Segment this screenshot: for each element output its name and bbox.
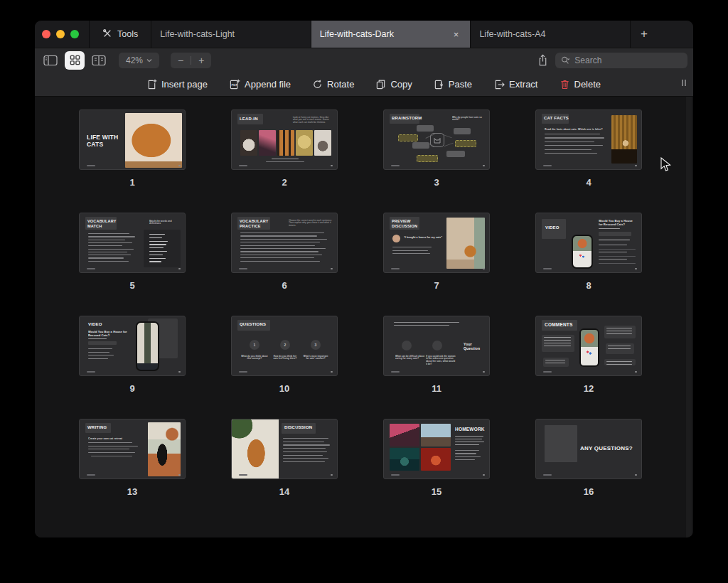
page-thumbnail-10[interactable]: QUESTIONS1What do you think about this c… (231, 316, 338, 376)
toolbar-overflow-grip[interactable] (682, 80, 686, 86)
page-thumbnail-9[interactable]: VIDEOWould You Buy a House for Rescued C… (79, 316, 186, 376)
text-bar (239, 165, 247, 166)
page-thumbnail-2[interactable]: LEAD-INLook at funny cat memes. Describe… (231, 109, 338, 170)
number-circle: 3 (311, 340, 321, 350)
zoom-in-button[interactable]: + (191, 55, 211, 66)
mindmap-node-highlight (455, 140, 476, 147)
page-cell: BRAINSTORMWhy do people love cats so muc… (383, 109, 490, 188)
zoom-window-button[interactable] (70, 30, 79, 38)
page-number: 11 (383, 383, 490, 394)
page-thumbnail-16[interactable]: ANY QUESTIONS? (535, 419, 642, 479)
text-bar (240, 242, 320, 242)
tab-life-with-cats-light[interactable]: Life-with-cats-Light (151, 21, 311, 48)
page-thumbnail-7[interactable]: PREVIEW DISCUSSION“I bought a house for … (383, 213, 490, 273)
slide-text: Choose the correct word in each sentence… (289, 219, 333, 227)
slide-text: Would You Buy a House for Rescued Cats? (599, 219, 637, 226)
tools-button[interactable]: Tools (90, 21, 151, 48)
text-bar (545, 141, 594, 142)
text-bar (283, 444, 330, 445)
text-bar (545, 360, 565, 360)
text-bar (606, 333, 632, 334)
slide-text: Look at funny cat memes. Describe what y… (293, 116, 333, 124)
insert-page-button[interactable]: Insert page (146, 79, 208, 90)
text-bar (391, 371, 400, 373)
window-controls (35, 21, 90, 48)
share-icon (537, 54, 548, 66)
phone-photo (572, 235, 593, 269)
action-label: Copy (390, 79, 412, 90)
thumbnail-view-button[interactable] (65, 51, 85, 70)
action-label: Extract (509, 79, 537, 90)
page-thumbnail-4[interactable]: CAT FACTSRead the facts about cats. Whic… (535, 109, 642, 170)
page-number: 15 (383, 486, 490, 497)
slide-text: What's most important for cats' comfort? (302, 355, 329, 360)
text-bar (545, 137, 604, 138)
page-thumbnail-1[interactable]: LIFE WITH CATS (79, 109, 186, 170)
tab-label: Life-with-cats-Dark (320, 29, 394, 39)
slide-text: How do you think her cats feel living th… (272, 355, 299, 360)
action-label: Rotate (327, 79, 354, 90)
page-thumbnail-15[interactable]: HOMEWORK (383, 419, 490, 479)
text-bar (88, 338, 107, 339)
page-thumbnail-6[interactable]: VOCABULARY PRACTICEChoose the correct wo… (231, 213, 338, 273)
new-tab-button[interactable]: + (631, 21, 693, 48)
scrollbar-track[interactable] (686, 97, 692, 538)
page-thumbnail-3[interactable]: BRAINSTORMWhy do people love cats so muc… (383, 109, 490, 170)
append-file-button[interactable]: PDFAppend file (229, 79, 291, 90)
slide-text: What do you think about this concept? (241, 355, 268, 360)
page-thumbnail-5[interactable]: VOCABULARY MATCHMatch the words and defi… (79, 213, 186, 273)
search-field[interactable] (555, 53, 687, 68)
extract-button[interactable]: Extract (493, 79, 537, 90)
page-number: 1 (79, 177, 186, 188)
zoom-level-dropdown[interactable]: 42% (119, 53, 159, 68)
slide-text: VOCABULARY MATCH (87, 219, 117, 228)
rotate-button[interactable]: Rotate (312, 79, 354, 90)
text-bar (391, 474, 400, 476)
main-toolbar: 42% − + (35, 48, 693, 72)
append-file-icon: PDF (229, 79, 240, 90)
tools-icon (102, 28, 112, 41)
text-bar (599, 256, 636, 257)
insert-page-icon (146, 79, 157, 90)
page-action-toolbar: Insert pagePDFAppend fileRotateCopyPaste… (35, 72, 693, 97)
tab-life-with-cats-a4[interactable]: Life-with-cats-A4 (471, 21, 631, 48)
text-bar (283, 448, 326, 449)
chevron-down-icon (146, 58, 152, 63)
text-bar (87, 474, 95, 476)
text-bar (599, 245, 627, 245)
paste-button[interactable]: Paste (434, 79, 472, 90)
page-thumbnail-11[interactable]: What can be difficult about caring for m… (383, 316, 490, 376)
delete-button[interactable]: Delete (560, 79, 601, 90)
page-thumbnail-8[interactable]: VIDEOWould You Buy a House for Rescued C… (535, 213, 642, 273)
text-bar (606, 361, 632, 362)
share-button[interactable] (537, 54, 548, 66)
text-bar (331, 268, 333, 269)
slide-text: HOMEWORK (455, 427, 485, 432)
slide-decor (444, 143, 453, 147)
minimize-window-button[interactable] (56, 30, 65, 38)
phone-photo (579, 328, 599, 367)
zoom-out-button[interactable]: − (171, 55, 191, 66)
text-bar (149, 258, 166, 259)
two-page-view-button[interactable] (89, 51, 109, 70)
search-input[interactable] (574, 55, 682, 65)
text-bar (394, 322, 459, 323)
gray-square (545, 425, 577, 462)
copy-button[interactable]: Copy (375, 79, 412, 90)
page-thumbnail-14[interactable]: DISCUSSION (231, 419, 338, 479)
close-tab-icon[interactable]: × (451, 28, 462, 41)
text-bar (283, 438, 328, 439)
plus-icon: + (641, 27, 648, 41)
page-thumbnail-13[interactable]: WRITINGCreate your own cat retreat (79, 419, 186, 479)
text-bar (455, 459, 475, 460)
link-pill (599, 232, 631, 236)
text-bar (635, 474, 637, 476)
text-bar (87, 268, 95, 269)
sidebar-toggle-button[interactable] (41, 51, 60, 70)
tab-life-with-cats-dark[interactable]: Life-with-cats-Dark × (311, 21, 471, 48)
page-thumbnail-12[interactable]: COMMENTS (535, 316, 642, 376)
close-window-button[interactable] (42, 30, 50, 38)
text-bar (599, 228, 620, 229)
mindmap-node-highlight (398, 134, 418, 141)
text-bar (88, 352, 109, 353)
